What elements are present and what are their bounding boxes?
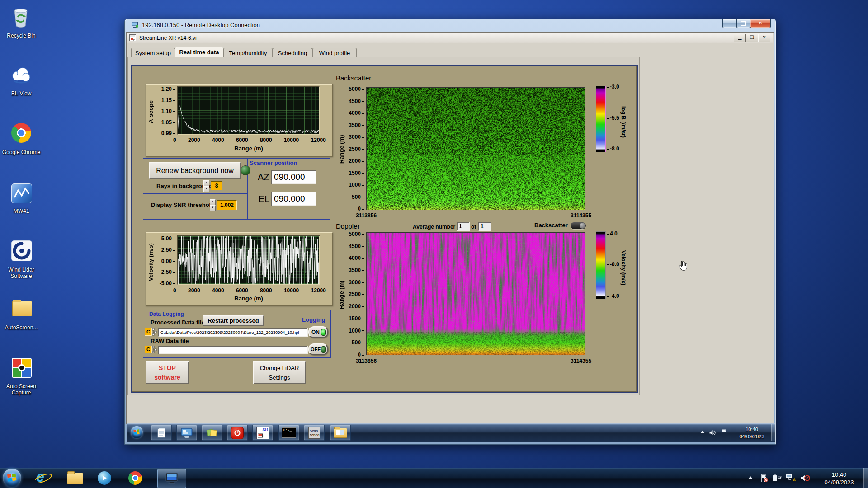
tray-network-icon[interactable] — [786, 474, 797, 484]
average-number-label: Average number — [413, 224, 455, 230]
bs-ytick: 0 — [358, 206, 364, 212]
mw41-label[interactable]: MW41 — [0, 208, 42, 214]
remote-taskbar-folder[interactable] — [330, 425, 351, 441]
rays-spinner[interactable]: ▲▼ — [203, 180, 209, 192]
tray-volume-muted-icon[interactable] — [800, 474, 810, 484]
bs-ytick: 4000 — [349, 110, 364, 116]
backscatter-title: Backscatter — [336, 74, 371, 82]
autoscreen-folder-icon[interactable] — [12, 301, 32, 316]
wind-lidar-icon[interactable] — [11, 240, 32, 261]
google-chrome-label[interactable]: Google Chrome — [0, 149, 42, 155]
settings-line2: Settings — [254, 373, 305, 382]
ascope-ylabel: A-scope — [147, 93, 154, 131]
bl-view-label[interactable]: BL-View — [0, 90, 42, 97]
raw-browse-icon[interactable] — [152, 346, 157, 355]
restart-processed-file-button[interactable]: Restart processed file — [203, 315, 264, 326]
dp-cb-tick-mid: -0.0 — [607, 261, 619, 267]
remote-taskbar-sticky-notes[interactable] — [202, 425, 222, 441]
rdp-window-title: 192.168.0.150 - Remote Desktop Connectio… — [142, 22, 260, 28]
remote-clock-time: 10:40 — [732, 426, 771, 433]
remote-tray-clock[interactable]: 10:40 04/09/2023 — [732, 426, 771, 440]
raw-logging-off-button[interactable]: OFF — [308, 343, 328, 355]
dp-cb-tick-bottom: -4.0 — [607, 293, 619, 299]
close-button[interactable]: × — [750, 19, 771, 28]
app-window-title: StreamLine XR v14-6.vi — [139, 35, 197, 41]
google-chrome-icon[interactable] — [11, 123, 31, 143]
snr-spin-up[interactable]: ▲ — [210, 199, 216, 205]
maximize-button[interactable] — [736, 19, 750, 28]
remote-taskbar-scan-scheduler[interactable]: Scansched — [304, 425, 325, 441]
start-button[interactable] — [3, 469, 21, 487]
taskbar-explorer[interactable] — [67, 473, 83, 484]
raw-drive-box[interactable]: C — [145, 346, 152, 353]
tray-clock[interactable]: 10:40 04/09/2023 — [817, 471, 861, 486]
taskbar-chrome[interactable] — [128, 471, 142, 485]
remote-taskbar-power[interactable] — [227, 425, 248, 441]
rays-spin-down[interactable]: ▼ — [203, 186, 209, 192]
tab-real-time-data[interactable]: Real time data — [175, 47, 223, 58]
taskbar-media-player[interactable] — [98, 471, 111, 485]
snr-spin-down[interactable]: ▼ — [210, 205, 216, 211]
tab-wind-profile[interactable]: Wind profile — [312, 48, 357, 58]
app-titlebar[interactable] — [127, 33, 773, 43]
vel-ytick: -2.50 — [160, 269, 175, 275]
tray-expand-icon[interactable] — [748, 476, 753, 479]
vel-xtick: 2000 — [188, 287, 200, 294]
app-minimize-button[interactable]: ▁ — [734, 34, 746, 42]
tab-temp-humidity[interactable]: Temp/humidity — [223, 48, 273, 58]
az-value-field[interactable]: 090.000 — [271, 170, 316, 184]
snr-spinner[interactable]: ▲▼ — [210, 199, 216, 211]
ascope-xtick: 6000 — [236, 137, 248, 143]
tray-power-icon[interactable] — [772, 474, 782, 484]
remote-taskbar-notepad[interactable] — [151, 425, 172, 441]
recycle-bin-label[interactable]: Recycle Bin — [0, 33, 42, 39]
renew-background-button[interactable]: Renew background now — [149, 162, 241, 179]
minimize-button[interactable] — [722, 19, 737, 28]
wind-lidar-label[interactable]: Wind Lidar Software — [0, 267, 42, 279]
tab-scheduling[interactable]: Scheduling — [273, 48, 312, 58]
el-value-field[interactable]: 090.000 — [271, 192, 316, 206]
ascope-cursor-line — [278, 87, 278, 134]
auto-screen-capture-label[interactable]: Auto Screen Capture — [0, 383, 42, 396]
app-close-glyph: ✕ — [762, 35, 766, 40]
show-desktop-button[interactable] — [863, 468, 868, 488]
tab-system-setup[interactable]: System setup — [131, 48, 175, 58]
processed-path-field[interactable]: C:\Lidar\Data\Proc\2023\202309\20230904\… — [158, 328, 308, 337]
mw41-icon[interactable] — [11, 183, 32, 203]
cmd-icon: C:\_ — [282, 427, 296, 438]
average-total-field[interactable]: 1 — [478, 222, 491, 231]
remote-start-button[interactable] — [131, 426, 143, 438]
autoscreen-label[interactable]: AutoScreen... — [0, 324, 42, 331]
scan-sched-icon: Scansched — [308, 427, 320, 439]
rays-value-field[interactable]: 8 — [211, 181, 222, 190]
rays-spin-up[interactable]: ▲ — [203, 180, 209, 186]
raw-path-field[interactable] — [158, 346, 308, 354]
recycle-bin-icon[interactable] — [11, 5, 31, 31]
backscatter-toggle[interactable] — [571, 222, 586, 229]
remote-taskbar-display-settings[interactable] — [176, 425, 197, 441]
auto-screen-capture-icon[interactable] — [12, 358, 32, 378]
vel-ytick: -5.00 — [160, 280, 175, 286]
backscatter-toggle-label: Backscatter — [534, 222, 568, 229]
app-restore-button[interactable]: ❏ — [746, 34, 758, 42]
bl-view-icon[interactable] — [10, 64, 32, 87]
processed-drive-box[interactable]: C — [145, 328, 152, 336]
taskbar-rdp-active[interactable] — [157, 469, 186, 488]
snr-value-field[interactable]: 1.002 — [217, 200, 237, 210]
processed-logging-on-button[interactable]: ON — [308, 326, 328, 338]
remote-show-desktop-button[interactable] — [771, 424, 775, 441]
ascope-ytick: 1.20 — [161, 86, 175, 92]
average-number-field[interactable]: 1 — [457, 222, 470, 231]
remote-tray-flag-icon[interactable] — [721, 428, 727, 438]
processed-browse-icon[interactable] — [152, 328, 157, 338]
remote-tray-expand-icon[interactable] — [700, 431, 705, 433]
app-close-button[interactable]: ✕ — [758, 34, 770, 42]
stop-software-button[interactable]: STOP software — [146, 361, 189, 384]
change-lidar-settings-button[interactable]: Change LiDAR Settings — [253, 361, 306, 384]
tray-action-center-icon[interactable] — [760, 474, 769, 484]
taskbar-internet-explorer[interactable]: e — [33, 470, 52, 486]
remote-tray-volume-icon[interactable] — [709, 429, 716, 438]
remote-taskbar-labview-xr[interactable]: XR — [252, 425, 273, 441]
rdp-app-icon — [165, 473, 179, 484]
remote-taskbar-command-prompt[interactable]: C:\_ — [278, 425, 299, 441]
